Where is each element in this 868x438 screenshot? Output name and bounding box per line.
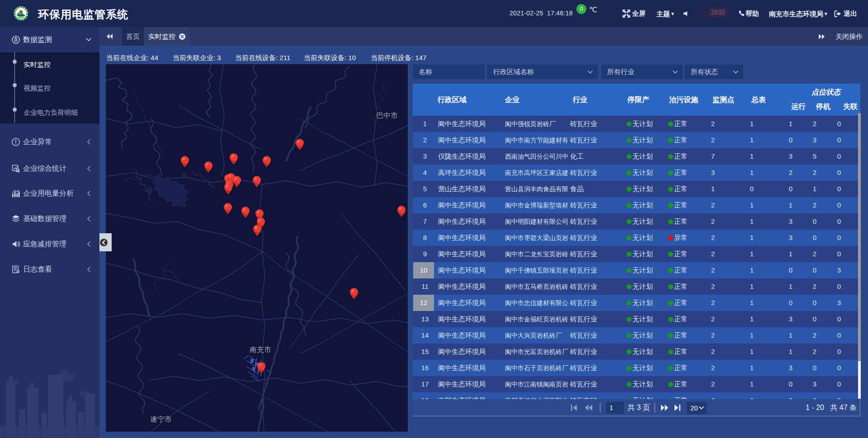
svg-text:南充市: 南充市 — [250, 346, 271, 353]
svg-text:巴中市: 巴中市 — [376, 112, 398, 119]
svg-text:遂宁市: 遂宁市 — [150, 415, 172, 423]
